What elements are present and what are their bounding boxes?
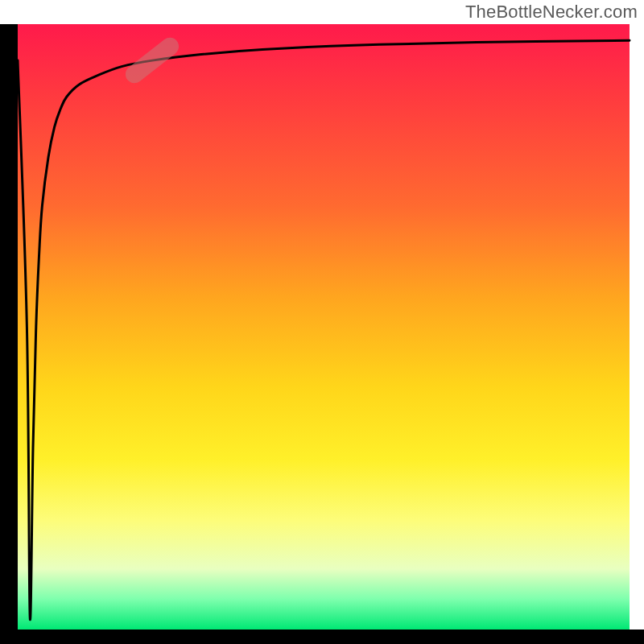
chart-container: TheBottleNecker.com <box>0 0 644 644</box>
x-axis <box>0 630 644 644</box>
curve-layer <box>18 24 630 630</box>
attribution-label: TheBottleNecker.com <box>465 2 638 23</box>
y-axis <box>0 24 18 630</box>
bottleneck-curve <box>18 40 630 620</box>
